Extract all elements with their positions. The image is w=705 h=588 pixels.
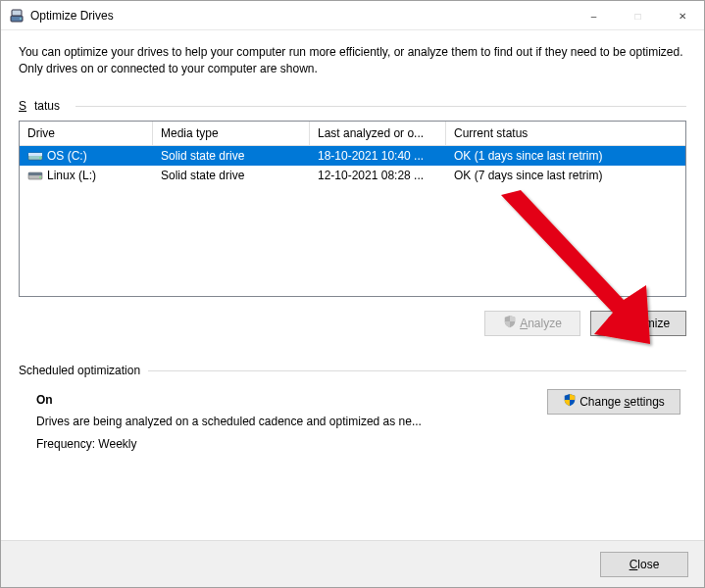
window-controls: – □ ✕: [572, 1, 704, 29]
drive-status: OK (1 days since last retrim): [446, 146, 685, 166]
maximize-button[interactable]: □: [616, 1, 660, 30]
drive-last-analyzed: 12-10-2021 08:28 ...: [310, 166, 446, 185]
col-last[interactable]: Last analyzed or o...: [310, 122, 446, 145]
drive-list-header: Drive Media type Last analyzed or o... C…: [20, 122, 685, 146]
window-title: Optimize Drives: [30, 9, 572, 23]
scheduled-text: On Drives are being analyzed on a schedu…: [36, 389, 422, 456]
close-button[interactable]: Close: [600, 552, 688, 577]
drive-status: OK (7 days since last retrim): [446, 166, 685, 185]
col-drive[interactable]: Drive: [20, 122, 153, 145]
bottom-bar: Close: [1, 540, 704, 587]
scheduled-optimization-section: Scheduled optimization On Drives are bei…: [19, 364, 686, 456]
app-icon: [9, 8, 25, 24]
drive-last-analyzed: 18-10-2021 10:40 ...: [310, 146, 446, 166]
scheduled-status-on: On: [36, 389, 422, 412]
svg-rect-1: [12, 10, 22, 16]
close-window-button[interactable]: ✕: [660, 1, 704, 30]
scheduled-desc: Drives are being analyzed on a scheduled…: [36, 411, 422, 433]
svg-rect-4: [28, 153, 42, 156]
drive-icon: [27, 150, 43, 162]
drive-list[interactable]: Drive Media type Last analyzed or o... C…: [19, 121, 686, 297]
drive-media: Solid state drive: [153, 146, 310, 166]
shield-icon: [607, 315, 621, 331]
status-section-label: Status: [19, 99, 686, 113]
description-text: You can optimize your drives to help you…: [19, 44, 686, 77]
scheduled-label: Scheduled optimization: [19, 364, 686, 377]
shield-icon: [563, 393, 577, 410]
drive-name: Linux (L:): [47, 169, 96, 182]
action-buttons-row: Analyze Optimize: [19, 311, 686, 336]
scheduled-freq: Frequency: Weekly: [36, 433, 422, 456]
col-status[interactable]: Current status: [446, 122, 685, 145]
svg-point-2: [20, 18, 22, 20]
drive-row[interactable]: Linux (L:)Solid state drive12-10-2021 08…: [20, 166, 685, 185]
shield-icon: [503, 315, 517, 331]
analyze-button: Analyze: [484, 311, 580, 336]
optimize-button[interactable]: Optimize: [590, 311, 686, 336]
titlebar: Optimize Drives – □ ✕: [1, 1, 704, 30]
drive-media: Solid state drive: [153, 166, 310, 185]
col-media[interactable]: Media type: [153, 122, 310, 145]
drive-name: OS (C:): [47, 149, 87, 163]
svg-point-5: [39, 158, 41, 160]
drive-icon: [27, 170, 43, 181]
drive-row[interactable]: OS (C:)Solid state drive18-10-2021 10:40…: [20, 146, 685, 166]
content-area: You can optimize your drives to help you…: [1, 30, 704, 456]
change-settings-button[interactable]: Change settings: [547, 389, 680, 415]
minimize-button[interactable]: –: [572, 1, 616, 30]
svg-rect-7: [28, 172, 42, 175]
svg-point-8: [39, 177, 41, 179]
